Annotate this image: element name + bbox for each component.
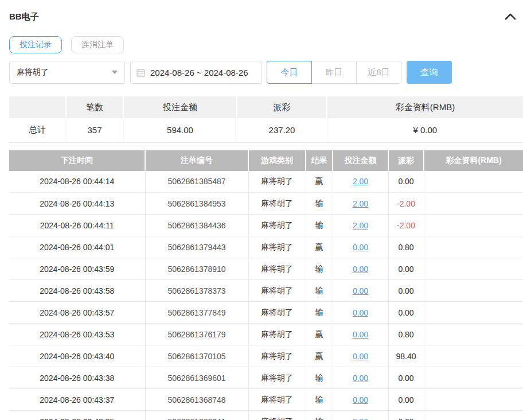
date-range-value: 2024-08-26 ~ 2024-08-26 <box>150 68 248 77</box>
result-cell: 输 <box>306 389 333 411</box>
game-type-cell: 麻将胡了 <box>248 193 306 215</box>
order-no-cell: 5062861368241 <box>145 411 248 420</box>
table-header-row: 下注时间 注单编号 游戏类别 结果 投注金额 派彩 彩金资料(RMB) <box>9 150 523 171</box>
betting-records-panel: BB电子 投注记录 连消注单 麻将胡了 <box>0 0 523 420</box>
query-button[interactable]: 查询 <box>407 61 452 84</box>
bet-time-cell: 2024-08-26 00:43:35 <box>9 411 145 420</box>
bet-time-cell: 2024-08-26 00:44:11 <box>9 215 145 236</box>
order-no-cell: 5062861368748 <box>145 389 248 411</box>
result-cell: 输 <box>306 302 333 324</box>
bonus-cell <box>424 389 523 411</box>
order-no-cell: 5062861385487 <box>145 171 248 193</box>
header-bet-time: 下注时间 <box>9 150 145 171</box>
payout-cell: 0.00 <box>388 171 424 193</box>
summary-header-blank <box>9 96 66 118</box>
table-row: 2024-08-26 00:44:13 5062861384953 麻将胡了 输… <box>9 193 523 215</box>
bet-time-cell: 2024-08-26 00:43:37 <box>9 389 145 411</box>
bet-amount-link[interactable]: 0.00 <box>353 286 368 295</box>
table-row: 2024-08-26 00:44:11 5062861384436 麻将胡了 输… <box>9 215 523 236</box>
bet-amount-link[interactable]: 2.00 <box>353 177 368 186</box>
bet-amount-cell: 2.00 <box>333 215 388 236</box>
bet-amount-link[interactable]: 0.00 <box>353 395 368 405</box>
bet-amount-link[interactable]: 2.00 <box>353 199 368 208</box>
result-cell: 输 <box>306 215 333 236</box>
order-no-cell: 5062861376179 <box>145 324 248 345</box>
bet-amount-cell: 0.00 <box>333 389 388 411</box>
bet-amount-cell: 0.00 <box>333 324 388 345</box>
bet-amount-cell: 2.00 <box>333 171 388 193</box>
result-cell: 赢 <box>306 345 333 367</box>
payout-cell: 0.00 <box>388 367 424 389</box>
tab-label: 投注记录 <box>19 40 52 50</box>
bonus-cell <box>424 193 523 215</box>
summary-header-bet-amount: 投注金额 <box>123 96 237 118</box>
game-type-cell: 麻将胡了 <box>248 258 306 280</box>
payout-cell: 0.00 <box>388 302 424 324</box>
bet-amount-cell: 0.00 <box>333 236 388 258</box>
header-game-type: 游戏类别 <box>248 150 306 171</box>
bet-time-cell: 2024-08-26 00:43:57 <box>9 302 145 324</box>
date-range-picker[interactable]: 2024-08-26 ~ 2024-08-26 <box>130 61 262 84</box>
bet-time-cell: 2024-08-26 00:43:38 <box>9 367 145 389</box>
game-type-cell: 麻将胡了 <box>248 389 306 411</box>
panel-header: BB电子 <box>9 10 523 22</box>
result-cell: 赢 <box>306 171 333 193</box>
tab-label: 连消注单 <box>81 40 114 50</box>
summary-bonus-value: ¥ 0.00 <box>327 118 523 142</box>
summary-header-payout: 派彩 <box>237 96 327 118</box>
bet-amount-link[interactable]: 0.00 <box>353 265 368 274</box>
bet-amount-link[interactable]: 0.00 <box>353 417 368 420</box>
last-8-days-button[interactable]: 近8日 <box>356 61 401 84</box>
bonus-cell <box>424 345 523 367</box>
payout-cell: 0.00 <box>388 389 424 411</box>
yesterday-button[interactable]: 昨日 <box>311 61 357 84</box>
header-bonus: 彩金资料(RMB) <box>424 150 523 171</box>
game-type-cell: 麻将胡了 <box>248 324 306 345</box>
header-order-no: 注单编号 <box>145 150 248 171</box>
summary-header-count: 笔数 <box>66 96 123 118</box>
bet-amount-link[interactable]: 0.00 <box>353 352 368 361</box>
table-row: 2024-08-26 00:43:53 5062861376179 麻将胡了 赢… <box>9 324 523 345</box>
order-no-cell: 5062861378373 <box>145 280 248 302</box>
bet-amount-link[interactable]: 0.00 <box>353 330 368 339</box>
bet-amount-cell: 0.00 <box>333 367 388 389</box>
bet-table-body: 2024-08-26 00:44:14 5062861385487 麻将胡了 赢… <box>9 171 523 420</box>
header-bet-amount: 投注金额 <box>333 150 388 171</box>
game-select[interactable]: 麻将胡了 <box>9 61 125 84</box>
order-no-cell: 5062861369601 <box>145 367 248 389</box>
filter-bar: 麻将胡了 2024-08-26 ~ 2024-08-26 今日 昨日 近8日 查… <box>9 61 523 84</box>
caret-down-icon <box>112 71 118 74</box>
header-payout: 派彩 <box>388 150 424 171</box>
bet-amount-link[interactable]: 0.00 <box>353 374 368 383</box>
bet-amount-link[interactable]: 0.00 <box>353 243 368 252</box>
result-cell: 赢 <box>306 236 333 258</box>
table-row: 2024-08-26 00:43:57 5062861377849 麻将胡了 输… <box>9 302 523 324</box>
bonus-cell <box>424 258 523 280</box>
payout-cell: -2.00 <box>388 193 424 215</box>
bet-amount-cell: 2.00 <box>333 193 388 215</box>
table-row: 2024-08-26 00:44:14 5062861385487 麻将胡了 赢… <box>9 171 523 193</box>
bet-amount-link[interactable]: 2.00 <box>353 221 368 230</box>
game-type-cell: 麻将胡了 <box>248 302 306 324</box>
today-button[interactable]: 今日 <box>267 61 312 84</box>
bet-amount-cell: 0.00 <box>333 345 388 367</box>
page-title: BB电子 <box>9 10 39 22</box>
calendar-icon <box>136 68 145 77</box>
header-result: 结果 <box>306 150 333 171</box>
collapse-button[interactable] <box>504 10 517 22</box>
game-type-cell: 麻将胡了 <box>248 236 306 258</box>
bet-amount-cell: 0.00 <box>333 411 388 420</box>
bet-time-cell: 2024-08-26 00:44:13 <box>9 193 145 215</box>
bet-amount-link[interactable]: 0.00 <box>353 308 368 317</box>
tab-cancelled-orders[interactable]: 连消注单 <box>71 36 124 53</box>
payout-cell: 0.80 <box>388 236 424 258</box>
tab-bet-records[interactable]: 投注记录 <box>9 36 62 53</box>
game-type-cell: 麻将胡了 <box>248 345 306 367</box>
order-no-cell: 5062861370105 <box>145 345 248 367</box>
order-no-cell: 5062861379443 <box>145 236 248 258</box>
quick-date-buttons: 今日 昨日 近8日 <box>267 61 401 84</box>
bonus-cell <box>424 280 523 302</box>
game-type-cell: 麻将胡了 <box>248 367 306 389</box>
table-row: 2024-08-26 00:43:58 5062861378373 麻将胡了 输… <box>9 280 523 302</box>
table-row: 2024-08-26 00:43:38 5062861369601 麻将胡了 输… <box>9 367 523 389</box>
